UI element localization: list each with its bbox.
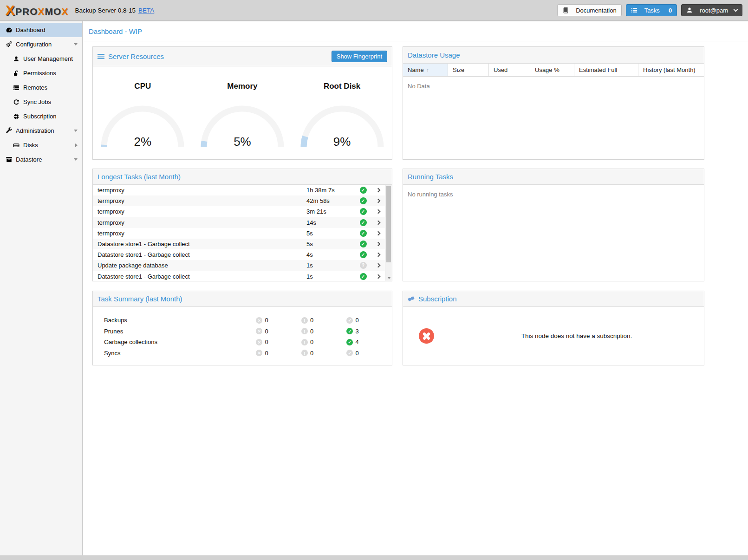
chevron-down-icon[interactable] [74, 43, 78, 46]
scrollbar-thumb[interactable] [386, 186, 391, 262]
task-row[interactable]: Datastore store1 - Garbage collect 5s [93, 239, 385, 249]
ok-count: 0 [355, 350, 358, 357]
column-header-used[interactable]: Used [489, 64, 530, 76]
task-row[interactable]: termproxy 42m 58s [93, 195, 385, 206]
error-count-icon [256, 317, 262, 324]
no-running-tasks-text: No running tasks [403, 185, 704, 204]
sidebar-item-subscription[interactable]: Subscription [0, 109, 82, 124]
sidebar-item-label: Administration [16, 127, 54, 134]
warning-count-icon [301, 350, 308, 356]
logo-text: X [61, 6, 68, 17]
ticket-icon [408, 295, 415, 302]
chevron-right-icon[interactable] [371, 275, 385, 278]
task-row[interactable]: termproxy 3m 21s [93, 206, 385, 217]
user-menu-button[interactable]: root@pam [681, 4, 742, 16]
chevron-right-icon[interactable] [371, 253, 385, 256]
task-row[interactable]: Datastore store1 - Garbage collect 4s [93, 249, 385, 260]
product-version-label: Backup Server 0.8-15 [75, 7, 136, 14]
sidebar-item-user-management[interactable]: User Management [0, 52, 82, 66]
task-duration: 1s [306, 262, 355, 269]
status-ok-icon [360, 251, 367, 258]
tasks-button[interactable]: Tasks 0 [626, 4, 677, 16]
sidebar-item-datastore[interactable]: Datastore [0, 152, 82, 167]
ok-count-icon [346, 317, 353, 324]
longest-tasks-panel: Longest Tasks (last Month) termproxy 1h … [92, 169, 392, 281]
chevron-right-icon[interactable] [371, 232, 385, 235]
ok-count: 3 [355, 328, 358, 335]
unlock-icon [12, 70, 20, 77]
chevron-right-icon[interactable] [371, 264, 385, 267]
no-data-text: No Data [403, 77, 704, 96]
task-duration: 42m 58s [306, 197, 355, 204]
gauge-value: 5% [200, 135, 285, 149]
sidebar-item-disks[interactable]: Disks [0, 138, 82, 152]
ok-count: 0 [355, 317, 358, 324]
documentation-button[interactable]: Documentation [557, 4, 621, 16]
column-header-estimated-full[interactable]: Estimated Full [574, 64, 638, 76]
task-name: termproxy [93, 187, 306, 194]
error-count: 0 [265, 317, 268, 324]
archive-box-icon [5, 156, 13, 163]
ok-count: 4 [355, 339, 358, 345]
column-header-history[interactable]: History (last Month) [638, 64, 704, 76]
task-row[interactable]: termproxy 1h 38m 7s [93, 185, 385, 195]
sidebar-item-sync-jobs[interactable]: Sync Jobs [0, 95, 82, 109]
root-disk-gauge: Root Disk 9% [292, 82, 392, 148]
chevron-right-icon[interactable] [371, 199, 385, 202]
tasks-count-badge: 0 [669, 7, 672, 14]
summary-label: Syncs [93, 350, 256, 357]
sidebar-item-configuration[interactable]: Configuration [0, 37, 82, 52]
status-ok-icon [360, 187, 367, 194]
chevron-down-icon[interactable] [74, 158, 78, 161]
task-row[interactable]: Update package database 1s [93, 260, 385, 271]
longest-tasks-list: termproxy 1h 38m 7s termproxy 42m 58s te… [93, 185, 392, 281]
error-count: 0 [265, 339, 268, 345]
panel-title: Server Resources [108, 52, 164, 60]
warning-count-icon [301, 317, 308, 324]
sidebar-item-dashboard[interactable]: Dashboard [0, 23, 82, 37]
memory-gauge: Memory 5% [193, 82, 293, 148]
sidebar-item-remotes[interactable]: Remotes [0, 80, 82, 95]
sidebar: Dashboard Configuration User Management … [0, 21, 83, 555]
logo-text: X [38, 6, 45, 17]
server-resources-icon [98, 53, 104, 60]
error-count: 0 [265, 350, 268, 357]
chevron-down-icon [734, 7, 738, 12]
wrench-icon [5, 127, 13, 134]
sidebar-item-label: User Management [23, 55, 73, 62]
sidebar-item-label: Datastore [16, 156, 42, 163]
scrollbar[interactable] [385, 185, 392, 281]
beta-link[interactable]: BETA [138, 7, 154, 14]
task-row[interactable]: Datastore store1 - Garbage collect 1s [93, 271, 385, 281]
task-row[interactable]: termproxy 5s [93, 228, 385, 239]
scrollbar-down-arrow-icon[interactable] [387, 277, 391, 279]
chevron-down-icon[interactable] [74, 130, 78, 132]
chevron-right-icon[interactable] [371, 210, 385, 213]
column-header-size[interactable]: Size [448, 64, 489, 76]
task-duration: 5s [306, 230, 355, 237]
chevron-right-icon[interactable] [371, 189, 385, 192]
task-name: termproxy [93, 219, 306, 226]
task-duration: 3m 21s [306, 208, 355, 215]
chevron-right-icon[interactable] [371, 221, 385, 224]
summary-row-prunes: Prunes 0 0 3 [93, 326, 392, 337]
show-fingerprint-button[interactable]: Show Fingerprint [332, 51, 387, 62]
ok-count-icon [346, 350, 353, 356]
gauge-label: Root Disk [292, 82, 392, 91]
task-name: termproxy [93, 230, 306, 237]
column-header-usage-pct[interactable]: Usage % [530, 64, 574, 76]
task-name: Update package database [93, 262, 306, 269]
chevron-right-icon[interactable] [75, 143, 78, 147]
panel-title: Longest Tasks (last Month) [98, 173, 181, 181]
tachometer-icon [5, 26, 13, 33]
panel-title: Subscription [418, 295, 457, 303]
sidebar-item-administration[interactable]: Administration [0, 124, 82, 138]
sidebar-item-label: Disks [23, 142, 38, 149]
warning-count-icon [301, 339, 308, 345]
column-header-name[interactable]: Name↑ [403, 64, 448, 76]
sidebar-item-label: Remotes [23, 84, 47, 91]
chevron-right-icon[interactable] [371, 242, 385, 246]
task-row[interactable]: termproxy 14s [93, 217, 385, 228]
status-ok-icon [360, 273, 367, 280]
sidebar-item-permissions[interactable]: Permissions [0, 66, 82, 80]
